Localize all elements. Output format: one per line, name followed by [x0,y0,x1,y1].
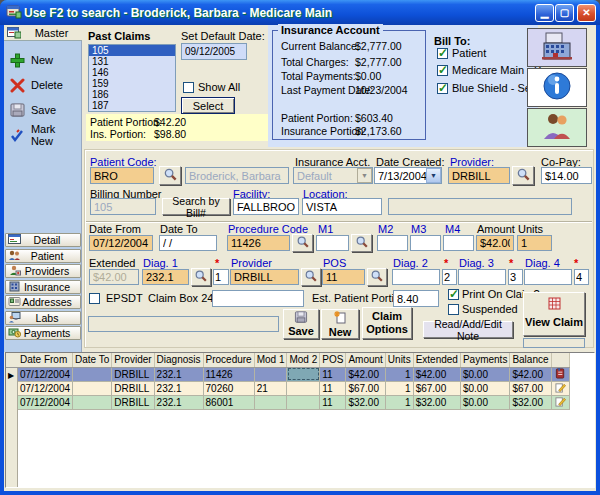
past-claim-item[interactable]: 187 [89,100,175,111]
past-claim-item[interactable]: 146 [89,67,175,78]
col-header[interactable]: Date From [18,353,73,367]
sidebar-item-labs[interactable]: Labs [5,311,81,325]
col-header[interactable]: Amount [346,353,385,367]
diag3-pointer[interactable] [508,269,523,285]
m4-input[interactable] [443,235,474,251]
minimize-button[interactable]: ▁ [535,4,554,22]
select-button[interactable]: Select [181,97,235,114]
diag1-input[interactable] [142,269,189,285]
detail-icon [8,234,22,246]
diag1-pointer[interactable] [213,269,229,285]
maximize-button[interactable]: ▢ [555,4,574,22]
patient-code-input[interactable] [90,167,154,184]
past-claim-item[interactable]: 159 [89,78,175,89]
col-header[interactable]: Mod 1 [254,353,287,367]
sidebar-item-save[interactable]: Save [10,102,80,118]
epsdt-checkbox[interactable] [89,293,100,304]
diag1-search-button[interactable] [191,268,211,286]
diag4-input[interactable] [524,269,572,285]
col-header[interactable]: Procedure [203,353,254,367]
col-header[interactable]: Balance [510,353,551,367]
sidebar-item-insurance[interactable]: Insurance [5,280,81,294]
col-header[interactable]: Date To [73,353,112,367]
diag1-required-marker: * [215,257,219,269]
billto-patient-checkbox[interactable] [437,48,448,59]
sidebar-item-detail[interactable]: Detail [5,233,81,247]
date-created-dropdown[interactable]: 7/13/2004▼ [374,167,442,184]
facility-input[interactable] [233,198,299,215]
sidebar-item-mark-new[interactable]: Mark New [10,127,80,143]
provider-input[interactable] [448,167,510,184]
facility-button[interactable] [527,28,587,67]
save-claim-button[interactable]: Save [283,309,319,339]
m2-input[interactable] [377,235,408,251]
provider-search-button[interactable] [512,166,534,185]
diag2-input[interactable] [392,269,440,285]
insurance-acct-dropdown[interactable]: Default▼ [293,167,373,184]
col-header[interactable]: Diagnosis [154,353,203,367]
claim-options-button[interactable]: Claim Options [362,307,412,339]
billto-blueshield-checkbox[interactable] [437,83,448,94]
patients-button[interactable] [527,108,587,147]
print-on-claim-checkbox[interactable] [448,289,459,300]
grid-table[interactable]: Date From Date To Provider Diagnosis Pro… [18,353,570,410]
new-claim-button[interactable]: New [321,309,359,339]
procedure-search-button[interactable] [292,234,313,252]
col-header[interactable]: Extended [413,353,460,367]
table-row[interactable]: 07/12/2004 DRBILL232.1 86001 11$32.00 1$… [18,395,569,409]
row-edit-icon[interactable] [551,395,569,409]
table-row[interactable]: 07/12/2004 DRBILL232.1 7026021 11$67.00 … [18,381,569,395]
pos-input[interactable] [322,269,365,285]
table-row[interactable]: 07/12/2004 DRBILL232.1 11426 11$42.00 1$… [18,367,569,381]
location-input[interactable] [302,198,382,215]
charges-grid[interactable]: ▶ Date From Date To Provider Diagnosis P… [5,352,595,488]
title-bar[interactable]: Use F2 to search - Broderick, Barbara - … [0,0,600,25]
view-claim-button[interactable]: View Claim [523,292,585,336]
past-claim-item[interactable]: 105 [89,45,175,56]
sidebar-item-patient[interactable]: Patient [5,249,81,263]
sidebar-item-delete[interactable]: Delete [10,77,80,93]
sidebar-item-payments[interactable]: Payments [5,326,81,340]
pos-search-button[interactable] [367,268,387,286]
est-patient-portion-input[interactable] [393,290,439,307]
sidebar-item-new[interactable]: New [10,52,80,68]
col-header[interactable]: Provider [112,353,154,367]
m1-search-button[interactable] [351,234,372,252]
m3-input[interactable] [410,235,441,251]
show-all-checkbox[interactable] [183,82,194,93]
magnifier-icon [355,235,369,252]
provider2-search-button[interactable] [301,268,321,286]
copay-input[interactable] [541,167,592,184]
set-default-date-input[interactable] [181,43,247,60]
col-header[interactable]: Units [385,353,413,367]
diag3-input[interactable] [458,269,506,285]
past-claim-item[interactable]: 186 [89,89,175,100]
units-input[interactable] [517,235,552,251]
past-claims-list[interactable]: 105 131 146 159 186 187 [88,44,176,112]
diag4-pointer[interactable] [574,269,589,285]
past-claim-item[interactable]: 131 [89,56,175,67]
billto-medicare-checkbox[interactable] [437,65,448,76]
claim-box-input[interactable] [212,290,304,307]
col-header[interactable]: Mod 2 [287,353,320,367]
sidebar-item-addresses[interactable]: Addresses [5,295,81,309]
diag2-pointer[interactable] [442,269,457,285]
sidebar-item-providers[interactable]: Providers [5,264,81,278]
col-header[interactable]: POS [320,353,346,367]
col-header[interactable]: Payments [460,353,509,367]
row-edit-icon[interactable] [551,381,569,395]
suspended-checkbox[interactable] [448,304,459,315]
read-add-edit-note-button[interactable]: Read/Add/Edit Note [423,321,513,338]
row-note-icon[interactable] [551,367,569,381]
procedure-code-input[interactable] [227,235,290,251]
m1-input[interactable] [316,235,349,251]
search-by-bill-button[interactable]: Search by Bill# [162,198,230,215]
info-button[interactable] [527,68,587,107]
provider2-input[interactable] [230,269,299,285]
amount-input[interactable] [476,235,514,251]
date-to-input[interactable] [159,235,217,251]
sidebar-master-header[interactable]: Master [4,25,82,41]
close-button[interactable]: ✕ [577,4,596,22]
date-from-input[interactable] [89,235,153,251]
patient-code-search-button[interactable] [159,166,181,185]
